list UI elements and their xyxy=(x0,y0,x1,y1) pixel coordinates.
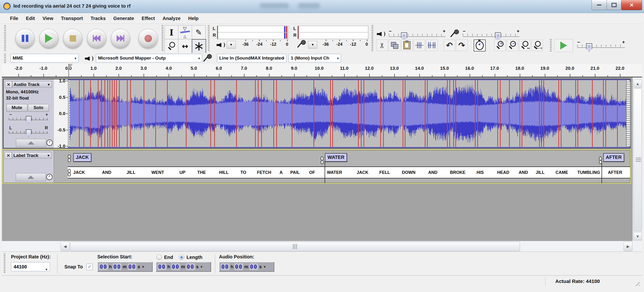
playback-meter-dropdown[interactable]: ▼ xyxy=(226,41,236,49)
label-word[interactable]: JACK xyxy=(73,170,85,175)
maximize-button[interactable] xyxy=(606,0,621,10)
label-word[interactable]: OF xyxy=(309,170,315,175)
fit-project-button[interactable]: ⊢⊣ xyxy=(532,39,543,51)
label-word[interactable]: JILL xyxy=(536,170,544,175)
close-track-button[interactable]: × xyxy=(5,81,12,88)
scroll-down-button[interactable]: ▼ xyxy=(634,232,642,241)
label-word[interactable]: THE xyxy=(197,170,206,175)
menu-generate[interactable]: Generate xyxy=(110,13,138,23)
transport-toolbar-grip[interactable] xyxy=(4,25,6,51)
gain-slider[interactable]: − + xyxy=(9,112,48,122)
close-button[interactable]: × xyxy=(621,0,642,10)
label-word[interactable]: A xyxy=(280,170,283,175)
selection-toolbar-grip[interactable] xyxy=(3,254,6,274)
resize-grip[interactable] xyxy=(634,280,640,286)
gain-slider-thumb[interactable] xyxy=(26,116,32,124)
label-box-after[interactable]: AFTER xyxy=(603,153,624,162)
play-at-speed-grip[interactable] xyxy=(550,39,552,51)
menu-view[interactable]: View xyxy=(39,13,57,23)
silence-button[interactable] xyxy=(426,39,438,51)
playback-speed-slider[interactable]: −+ xyxy=(577,44,625,49)
waveform-display[interactable] xyxy=(68,79,630,148)
label-word[interactable]: AND xyxy=(102,170,112,175)
pause-button[interactable] xyxy=(16,29,34,48)
input-channels-dropdown[interactable]: 1 (Mono) Input Ch▼ xyxy=(288,54,341,62)
copy-button[interactable] xyxy=(389,39,400,51)
vertical-ruler[interactable]: 1.00.50.0-0.5-1.0 xyxy=(54,79,68,148)
fit-selection-button[interactable]: ↔ xyxy=(519,39,530,51)
label-word[interactable]: HIS xyxy=(476,170,484,175)
label-word[interactable]: JILL xyxy=(127,170,136,175)
sync-lock-button[interactable] xyxy=(474,39,486,51)
cut-button[interactable]: ✂ xyxy=(376,39,388,51)
label-word[interactable]: WATER xyxy=(327,170,342,175)
tools-toolbar-grip[interactable] xyxy=(161,25,164,51)
solo-button[interactable]: Solo xyxy=(28,104,49,112)
label-word[interactable]: FELL xyxy=(379,170,390,175)
chevron-down-icon[interactable]: ▼ xyxy=(263,265,266,269)
vertical-scrollbar[interactable]: ▲ ▼ xyxy=(632,79,642,242)
output-device-dropdown[interactable]: Microsoft Sound Mapper - Outp▼ xyxy=(96,54,202,62)
paste-button[interactable] xyxy=(401,39,413,51)
collapse-track-button[interactable] xyxy=(16,173,46,181)
label-word[interactable]: CAME xyxy=(556,170,568,175)
label-box-jack[interactable]: JACK xyxy=(73,153,91,162)
recording-meter-bar-r[interactable] xyxy=(298,32,368,39)
collapse-track-button[interactable] xyxy=(16,139,46,147)
skip-to-start-button[interactable] xyxy=(87,29,106,48)
record-button[interactable] xyxy=(138,29,158,48)
selection-length-field[interactable]: 00h00m00s▼ xyxy=(156,262,211,272)
redo-button[interactable]: ↷ xyxy=(456,39,468,51)
label-word[interactable]: WENT xyxy=(152,170,164,175)
label-word[interactable]: AND xyxy=(519,170,528,175)
label-word[interactable]: TUMBLING xyxy=(577,170,600,175)
scroll-up-button[interactable]: ▲ xyxy=(634,80,642,88)
label-handle[interactable] xyxy=(68,154,71,163)
label-word[interactable]: FETCH xyxy=(257,170,271,175)
label-handle[interactable] xyxy=(68,169,71,177)
zoom-tool[interactable] xyxy=(164,39,178,53)
mute-button[interactable]: Mute xyxy=(6,104,28,112)
envelope-tool[interactable]: ▽△ xyxy=(178,25,192,39)
skip-to-end-button[interactable] xyxy=(111,29,130,48)
chevron-down-icon[interactable]: ▼ xyxy=(142,265,144,269)
chevron-down-icon[interactable]: ▼ xyxy=(200,265,203,269)
audio-host-dropdown[interactable]: MME▼ xyxy=(10,54,79,62)
project-rate-dropdown[interactable]: 44100▼ xyxy=(11,262,50,271)
label-word[interactable]: BROKE xyxy=(450,170,466,175)
pan-slider-thumb[interactable] xyxy=(26,129,32,137)
menu-file[interactable]: File xyxy=(6,13,22,23)
label-track-menu[interactable]: Label Track▼ xyxy=(12,152,52,158)
label-word[interactable]: PAIL xyxy=(290,170,300,175)
menu-edit[interactable]: Edit xyxy=(22,13,39,23)
waveform-canvas[interactable] xyxy=(69,80,626,147)
draw-tool[interactable]: ✎ xyxy=(192,25,206,39)
menu-tracks[interactable]: Tracks xyxy=(87,13,110,23)
selection-start-field[interactable]: 00h00m00s▼ xyxy=(97,262,153,272)
multi-tool[interactable] xyxy=(192,39,206,54)
label-box-water[interactable]: WATER xyxy=(325,153,347,162)
input-volume-slider[interactable]: −+ xyxy=(463,33,520,38)
mixer-toolbar-grip[interactable] xyxy=(371,25,373,51)
playback-meter-bar-l[interactable] xyxy=(217,26,288,33)
menu-analyze[interactable]: Analyze xyxy=(158,13,184,23)
trim-button[interactable] xyxy=(414,39,425,51)
undo-button[interactable]: ↶ xyxy=(444,39,455,51)
pan-slider[interactable]: L R xyxy=(9,126,48,135)
end-radio[interactable] xyxy=(156,255,162,260)
playback-speed-slider-thumb[interactable] xyxy=(586,43,592,52)
timeline-ruler[interactable]: -2.0-1.00.01.02.03.04.05.06.07.08.09.010… xyxy=(2,64,642,77)
input-device-dropdown[interactable]: Line In (SoundMAX Integrated▼ xyxy=(217,54,287,62)
recording-meter-dropdown[interactable]: ▼ xyxy=(308,41,317,49)
label-word[interactable]: DOWN xyxy=(402,170,416,175)
length-radio[interactable] xyxy=(179,255,184,260)
playback-meter-bar-r[interactable] xyxy=(217,32,288,39)
horizontal-scrollbar[interactable]: ◀ ▶ xyxy=(2,241,642,252)
title-bar[interactable]: led recording via aerial 24 oct 7 24 giv… xyxy=(0,0,644,13)
vertical-scroll-thumb[interactable] xyxy=(634,88,642,231)
audio-track-menu[interactable]: Audio Track▼ xyxy=(12,81,52,87)
stop-button[interactable] xyxy=(63,29,82,48)
label-word[interactable]: AND xyxy=(428,170,438,175)
zoom-out-button[interactable]: − xyxy=(506,39,518,51)
label-word[interactable]: HILL xyxy=(219,170,229,175)
